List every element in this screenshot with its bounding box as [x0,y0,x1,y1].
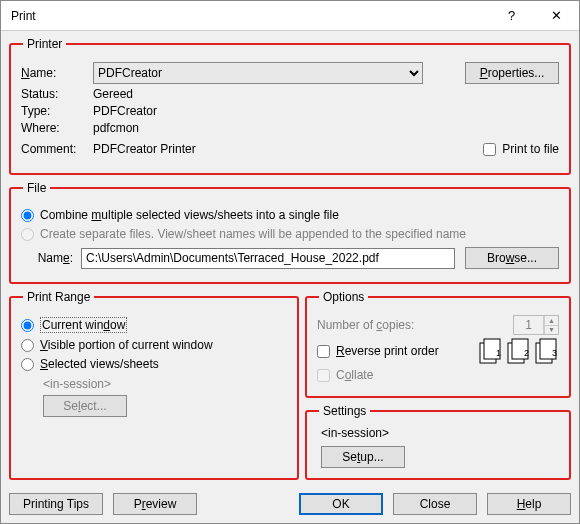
settings-group: Settings <in-session> Setup... [305,404,571,480]
svg-text:2: 2 [524,348,529,358]
collate-input [317,369,330,382]
range-session-label: <in-session> [43,377,287,391]
lower-columns: Print Range Current window Visible porti… [9,290,571,480]
svg-text:1: 1 [496,348,501,358]
printer-group: Printer Name: PDFCreator Properties... S… [9,37,571,175]
print-to-file-input[interactable] [483,143,496,156]
reverse-order-checkbox[interactable]: Reverse print order [317,344,439,358]
status-label: Status: [21,87,93,101]
settings-session-label: <in-session> [321,426,559,440]
close-button[interactable]: Close [393,493,477,515]
comment-value: PDFCreator Printer [93,142,196,156]
svg-text:3: 3 [552,348,557,358]
settings-legend: Settings [319,404,370,418]
print-range-group: Print Range Current window Visible porti… [9,290,299,480]
visible-portion-radio[interactable]: Visible portion of current window [21,338,287,352]
reverse-order-input[interactable] [317,345,330,358]
help-button[interactable]: Help [487,493,571,515]
print-dialog: Print ? ✕ Printer Name: PDFCreator Prope… [0,0,580,524]
separate-radio: Create separate files. View/sheet names … [21,227,559,241]
copies-value: 1 [514,316,544,334]
type-label: Type: [21,104,93,118]
options-group: Options Number of copies: 1 ▲▼ Reverse p… [305,290,571,398]
printer-name-select[interactable]: PDFCreator [93,62,423,84]
selected-views-radio[interactable]: Selected views/sheets [21,357,287,371]
select-button: Select... [43,395,127,417]
collate-pages-icon: 1 2 3 [479,338,559,364]
printing-tips-button[interactable]: Printing Tips [9,493,103,515]
options-legend: Options [319,290,368,304]
properties-button[interactable]: Properties... [465,62,559,84]
range-legend: Print Range [23,290,94,304]
printer-legend: Printer [23,37,66,51]
file-group: File Combine multiple selected views/she… [9,181,571,284]
selected-views-input[interactable] [21,358,34,371]
combine-radio-input[interactable] [21,209,34,222]
spin-up-icon: ▲ [544,316,558,326]
window-title: Print [11,9,489,23]
file-path-input[interactable] [81,248,455,269]
collate-checkbox: Collate [317,368,559,382]
visible-portion-input[interactable] [21,339,34,352]
dialog-footer: Printing Tips Preview OK Close Help [1,489,579,523]
spin-down-icon: ▼ [544,326,558,335]
browse-button[interactable]: Browse... [465,247,559,269]
close-icon[interactable]: ✕ [534,1,579,31]
printer-name-label: Name: [21,66,93,80]
current-window-radio[interactable]: Current window [21,317,287,333]
preview-button[interactable]: Preview [113,493,197,515]
print-to-file-checkbox[interactable]: Print to file [483,142,559,156]
ok-button[interactable]: OK [299,493,383,515]
copies-spinner: 1 ▲▼ [513,315,559,335]
titlebar: Print ? ✕ [1,1,579,31]
status-value: Gereed [93,87,133,101]
where-value: pdfcmon [93,121,139,135]
setup-button[interactable]: Setup... [321,446,405,468]
separate-radio-input [21,228,34,241]
where-label: Where: [21,121,93,135]
help-icon[interactable]: ? [489,1,534,31]
file-name-label: Name: [21,251,81,265]
copies-label: Number of copies: [317,318,414,332]
type-value: PDFCreator [93,104,157,118]
file-legend: File [23,181,50,195]
dialog-body: Printer Name: PDFCreator Properties... S… [1,31,579,489]
comment-label: Comment: [21,142,93,156]
combine-radio[interactable]: Combine multiple selected views/sheets i… [21,208,559,222]
current-window-input[interactable] [21,319,34,332]
